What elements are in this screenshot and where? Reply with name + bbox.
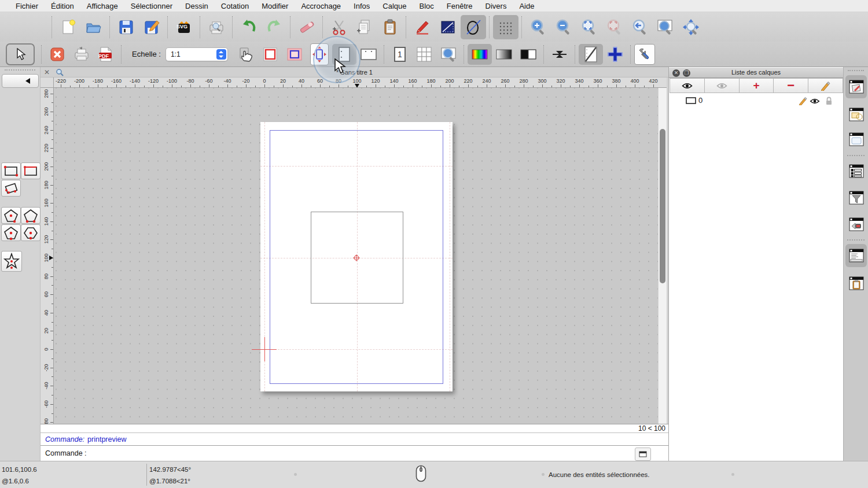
menu-dessin[interactable]: Dessin [179,2,215,10]
zoom-out-button[interactable] [551,15,576,39]
drawing-canvas[interactable] [54,88,658,424]
panel-library-button[interactable] [845,128,867,151]
menu-fichier[interactable]: Fichier [9,2,45,10]
new-document-button[interactable] [56,15,81,39]
hide-all-layers-button[interactable] [705,78,740,93]
menu-divers[interactable]: Divers [479,2,513,10]
save-button[interactable] [113,15,139,39]
page-landscape-button[interactable] [356,44,381,65]
print-preview-button[interactable] [204,15,229,39]
grid-toggle-button[interactable] [493,15,518,39]
paper-area-button[interactable] [282,44,307,65]
stepper-icon[interactable] [216,49,226,60]
menu-aide[interactable]: Aide [513,2,540,10]
palette-drag-handle[interactable] [5,69,35,73]
zoom-pan-button[interactable] [678,15,704,39]
hruler-tick [264,84,265,87]
tool-rectangle-corner[interactable] [21,162,41,179]
close-print-preview-button[interactable] [45,44,69,65]
delete-entities-button[interactable] [294,15,319,39]
panel-clipboard-button[interactable] [845,272,867,295]
menu-cotation[interactable]: Cotation [215,2,255,10]
menu-edition[interactable]: Édition [45,2,80,10]
copy-button[interactable] [352,15,377,39]
pan-hand-button[interactable] [234,44,258,65]
panel-blocks-button[interactable] [845,103,867,126]
tool-rectangle-rotated[interactable] [1,180,21,197]
panel-command-line-button[interactable] [845,244,867,267]
tool-hexagon[interactable] [21,224,41,241]
preferences-button[interactable] [634,44,655,65]
undo-button[interactable] [236,15,262,39]
draw-polyline-button[interactable] [435,15,461,39]
paper-border-button[interactable] [258,44,282,65]
draft-mode-button[interactable] [579,44,603,65]
draw-freehand-button[interactable] [410,15,435,39]
menu-modifier[interactable]: Modifier [255,2,295,10]
panel-filter-button[interactable] [845,186,867,209]
multi-page-button[interactable] [412,44,436,65]
vertical-scrollbar[interactable] [658,88,667,424]
remove-layer-button[interactable]: − [774,78,808,93]
palette-back-button[interactable] [2,74,39,88]
menu-calque[interactable]: Calque [376,2,413,10]
tool-rectangle-size[interactable] [1,162,21,179]
paste-button[interactable] [377,15,403,39]
grayscale-mode-button[interactable] [492,44,516,65]
scrollbar-thumb[interactable] [660,129,665,283]
command-input[interactable] [89,449,668,458]
draw-ellipse-button[interactable] [461,15,486,39]
blackwhite-mode-button[interactable] [516,44,540,65]
tool-polygon-center-side[interactable] [1,224,21,241]
single-page-button[interactable]: 1 [388,44,412,65]
page-portrait-button[interactable] [332,44,356,65]
open-document-button[interactable] [81,15,106,39]
zoom-in-button[interactable] [525,15,551,39]
menu-affichage[interactable]: Affichage [80,2,124,10]
zoom-to-page-button[interactable] [436,44,461,65]
show-all-layers-button[interactable] [670,78,705,93]
zoom-previous-button[interactable] [627,15,653,39]
tool-polygon-two-corners[interactable] [21,207,41,224]
menu-selectionner[interactable]: Sélectionner [124,2,179,10]
tool-polygon-center-corner[interactable] [1,207,21,224]
layer-edit-pencil-icon[interactable] [799,97,807,105]
color-mode-button[interactable] [468,44,492,65]
paper-sheet [260,122,453,391]
svg-export-button[interactable]: SVG [171,15,197,39]
panel-properties-button[interactable] [845,160,867,183]
tool-star[interactable] [1,251,22,272]
zoom-window-button[interactable] [653,15,678,39]
pdf-export-button[interactable]: PDF [94,44,118,65]
dock-drag-handle[interactable] [848,70,864,73]
print-button[interactable] [69,44,94,65]
menu-accrochage[interactable]: Accrochage [295,2,347,10]
zoom-auto-button[interactable] [576,15,602,39]
layer-visibility-eye-icon[interactable] [810,98,820,105]
hruler-tick [626,86,626,87]
edit-layer-button[interactable] [808,78,843,93]
crosshair-button[interactable] [603,44,627,65]
cut-button[interactable] [326,15,352,39]
dock-window-icon [639,451,647,457]
layer-lock-icon[interactable] [825,97,833,105]
fit-to-page-button[interactable] [310,43,329,65]
flatten-preview-button[interactable] [547,44,572,65]
menu-fenetre[interactable]: Fenêtre [440,2,479,10]
toolbar-separator [384,45,385,64]
layer-row[interactable]: 0 [670,95,843,106]
hruler-label: 200 [442,78,458,84]
zoom-selection-button[interactable] [602,15,627,39]
add-layer-button[interactable]: + [740,78,774,93]
save-as-button[interactable] [139,15,164,39]
menu-bloc[interactable]: Bloc [413,2,440,10]
scale-combobox[interactable]: 1:1 [165,47,228,61]
hruler-label: -20 [238,78,254,84]
menu-infos[interactable]: Infos [347,2,376,10]
command-dock-button[interactable] [635,448,651,461]
panel-viewports-button[interactable] [845,213,867,236]
redo-button[interactable] [262,15,287,39]
document-tab-title[interactable]: * Sans titre 1 [41,69,668,76]
panel-layers-button[interactable] [845,75,867,98]
selection-pointer-button[interactable] [6,43,35,65]
